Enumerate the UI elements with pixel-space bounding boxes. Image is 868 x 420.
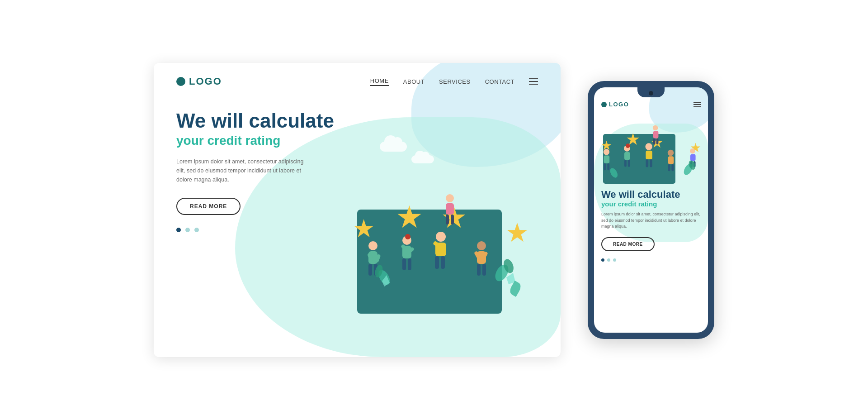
hero-title-main: We will calculate xyxy=(176,110,348,132)
svg-rect-49 xyxy=(668,156,674,164)
mobile-hero-description: Lorem ipsum dolor sit amet, consectetur … xyxy=(601,211,701,230)
svg-rect-45 xyxy=(646,151,652,159)
desktop-content: We will calculate your credit rating Lor… xyxy=(154,87,561,323)
hamburger-line xyxy=(529,78,538,79)
nav-links: HOME ABOUT SERVICES CONTACT xyxy=(370,77,538,86)
nav-logo: LOGO xyxy=(176,76,222,87)
desktop-illustration: ★ ★ ★ ★ xyxy=(348,105,538,323)
nav-link-about[interactable]: ABOUT xyxy=(403,78,425,85)
mobile-content: We will calculate your credit rating Lor… xyxy=(594,184,708,262)
mobile-hero-title-main: We will calculate xyxy=(601,189,701,200)
svg-rect-26 xyxy=(446,203,454,215)
mobile-screen: LOGO ★ ★ ★ ★ xyxy=(594,87,708,333)
mobile-notch xyxy=(637,87,665,97)
hamburger-line xyxy=(693,102,701,103)
svg-point-40 xyxy=(626,143,630,148)
dot-3[interactable] xyxy=(194,228,199,232)
svg-rect-22 xyxy=(482,264,486,276)
svg-rect-21 xyxy=(477,264,481,276)
hamburger-line xyxy=(529,81,538,82)
desktop-nav: LOGO HOME ABOUT SERVICES CONTACT xyxy=(154,63,561,87)
svg-point-62 xyxy=(609,167,619,179)
mobile-people xyxy=(599,111,703,184)
svg-rect-10 xyxy=(408,258,411,270)
hamburger-menu-icon[interactable] xyxy=(529,78,538,85)
svg-point-25 xyxy=(446,194,454,202)
svg-rect-57 xyxy=(653,131,659,138)
people-illustration xyxy=(348,169,538,305)
pagination-dots xyxy=(176,228,348,232)
svg-point-0 xyxy=(368,241,377,250)
mobile-dot-2[interactable] xyxy=(607,258,610,262)
mobile-logo: LOGO xyxy=(601,101,629,108)
cloud-icon xyxy=(380,142,407,152)
mobile-hero-title-sub: your credit rating xyxy=(601,200,701,208)
svg-point-13 xyxy=(436,232,446,242)
svg-point-56 xyxy=(653,125,658,131)
mobile-mockup: LOGO ★ ★ ★ ★ xyxy=(588,81,714,339)
mobile-pagination-dots xyxy=(601,258,701,262)
svg-point-44 xyxy=(645,143,652,150)
svg-rect-37 xyxy=(604,163,606,170)
nav-link-home[interactable]: HOME xyxy=(370,77,389,86)
svg-rect-46 xyxy=(646,159,648,167)
hamburger-line xyxy=(693,106,701,107)
svg-rect-9 xyxy=(402,258,406,270)
mobile-read-more-button[interactable]: READ MORE xyxy=(601,237,655,251)
hero-title-sub: your credit rating xyxy=(176,134,348,148)
svg-rect-58 xyxy=(653,138,656,145)
desktop-mockup: LOGO HOME ABOUT SERVICES CONTACT We will… xyxy=(154,63,561,357)
desktop-left-panel: We will calculate your credit rating Lor… xyxy=(176,105,348,232)
hamburger-line xyxy=(693,104,701,105)
svg-rect-59 xyxy=(656,138,659,145)
svg-point-19 xyxy=(477,241,486,250)
svg-rect-15 xyxy=(435,256,439,269)
svg-rect-47 xyxy=(650,159,652,167)
svg-point-7 xyxy=(405,234,410,239)
svg-rect-16 xyxy=(441,256,445,269)
nav-link-services[interactable]: SERVICES xyxy=(439,78,471,85)
dot-1[interactable] xyxy=(176,228,181,232)
mobile-dot-1[interactable] xyxy=(601,258,604,262)
svg-rect-43 xyxy=(628,160,630,167)
svg-rect-28 xyxy=(451,215,454,224)
logo-circle-icon xyxy=(176,77,185,86)
mobile-dot-3[interactable] xyxy=(613,258,616,262)
read-more-button[interactable]: READ MORE xyxy=(176,198,241,215)
hero-description: Lorem ipsum dolor sit amet, consectetur … xyxy=(176,157,312,184)
svg-rect-51 xyxy=(671,164,674,171)
svg-rect-36 xyxy=(604,155,610,163)
svg-rect-27 xyxy=(446,215,449,224)
cloud-icon xyxy=(411,155,434,163)
svg-point-48 xyxy=(668,150,674,156)
logo-text: LOGO xyxy=(189,76,222,87)
svg-rect-41 xyxy=(624,152,630,160)
mobile-logo-text: LOGO xyxy=(609,101,629,108)
svg-point-52 xyxy=(690,148,695,154)
svg-rect-38 xyxy=(607,163,609,170)
svg-rect-53 xyxy=(690,154,696,161)
svg-point-35 xyxy=(604,149,610,155)
hamburger-line xyxy=(529,84,538,85)
mobile-logo-circle-icon xyxy=(601,102,607,107)
svg-rect-50 xyxy=(668,164,670,171)
camera-icon xyxy=(649,91,653,95)
nav-link-contact[interactable]: CONTACT xyxy=(485,78,514,85)
dot-2[interactable] xyxy=(185,228,190,232)
mobile-hamburger-icon[interactable] xyxy=(693,102,701,107)
svg-rect-42 xyxy=(624,160,627,167)
svg-rect-2 xyxy=(368,264,372,276)
mobile-illustration: ★ ★ ★ ★ xyxy=(599,111,703,184)
